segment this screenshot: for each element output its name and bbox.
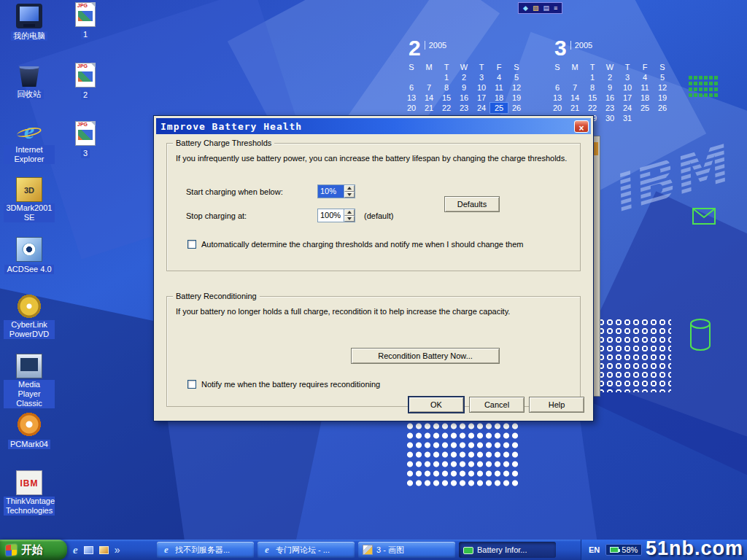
spin-down-button[interactable] (344, 216, 355, 222)
task-label: 专门网论坛 - ... (276, 545, 330, 556)
quick-launch-ie-icon[interactable]: e (73, 544, 78, 556)
windows-flag-icon (6, 544, 17, 556)
up-arrow-icon (347, 211, 352, 214)
language-indicator[interactable]: EN (589, 545, 600, 554)
calendar-day-header: F (636, 62, 654, 72)
pen-icon[interactable]: ▨ (533, 3, 539, 13)
desktop-icon-internet-explorer[interactable]: Internet Explorer (4, 119, 55, 165)
checkbox-box[interactable] (187, 240, 196, 249)
calendar-day: 4 (636, 72, 654, 82)
stop-charging-value[interactable]: 100% (318, 209, 344, 222)
desktop-icon-recycle-bin[interactable]: 回收站 (4, 62, 55, 100)
close-button[interactable]: × (574, 120, 589, 133)
task-label: 3 - 画图 (376, 545, 404, 556)
quick-launch-media-icon[interactable] (99, 546, 109, 554)
menu-icon[interactable]: ≡ (554, 3, 557, 13)
calendar-day: 4 (490, 72, 508, 82)
desktop-icon-media-player-classic[interactable]: Media Player Classic (4, 354, 55, 409)
battery-charge-thresholds-group: Battery Charge Thresholds If you infrequ… (166, 143, 581, 271)
calendar-day: 24 (473, 103, 490, 113)
desktop-icon-powerdvd[interactable]: CyberLink PowerDVD (4, 294, 55, 340)
stop-charging-spinner[interactable]: 100% (317, 209, 355, 222)
spinner-buttons (344, 209, 355, 222)
desktop-icon-label: 回收站 (15, 90, 44, 99)
group-description: If your battery no longer holds a full c… (176, 307, 510, 316)
calendar-day-header: T (473, 62, 490, 72)
desktop-file-1[interactable]: JPG 1 (64, 2, 107, 40)
calendar-day: 6 (403, 82, 420, 93)
taskbar-task-server-not-found[interactable]: e 找不到服务器... (157, 542, 254, 558)
recondition-battery-button[interactable]: Recondition Battery Now... (351, 348, 500, 364)
calendar-day: 7 (420, 82, 438, 93)
taskbar-task-paint[interactable]: 3 - 画图 (358, 542, 455, 558)
calendar-day: 26 (508, 103, 525, 113)
battery-icon (463, 547, 473, 554)
dots-pattern (406, 421, 521, 489)
calendar-year: 2005 (425, 41, 446, 50)
help-button[interactable]: Help (529, 397, 584, 413)
desktop-icon-label: ACDSee 4.0 (4, 265, 53, 274)
calendar-day: 15 (438, 93, 455, 103)
desktop-file-3[interactable]: JPG 3 (64, 121, 107, 159)
battery-icon (610, 547, 619, 553)
checkbox-label: Automatically determine the charging thr… (201, 240, 523, 249)
start-label: 开始 (21, 543, 43, 557)
input-method-icon[interactable]: ◆ (523, 3, 528, 13)
up-arrow-icon (347, 187, 352, 190)
jpg-tag: JPG (77, 3, 88, 8)
desktop-icon-3dmark2001[interactable]: 3DMark2001 SE (4, 177, 55, 223)
ok-button[interactable]: OK (409, 397, 464, 413)
start-charging-value[interactable]: 10% (318, 185, 344, 198)
task-label: Battery Infor... (477, 545, 527, 554)
desktop-icon-label: Media Player Classic (4, 380, 55, 408)
calendar-day-header: T (438, 62, 455, 72)
desktop-file-2[interactable]: JPG 2 (64, 63, 107, 101)
quick-launch-chevron-icon[interactable]: » (115, 544, 120, 556)
calendar-day: 18 (636, 93, 654, 103)
calendar-day-header: T (619, 62, 636, 72)
desktop-icon-label: ThinkVantage Technologies (4, 497, 55, 516)
spin-down-button[interactable] (344, 192, 355, 198)
desktop-file-label: 3 (81, 149, 90, 158)
down-arrow-icon (347, 193, 352, 196)
taskbar-task-battery-information[interactable]: Battery Infor... (459, 542, 556, 558)
start-button[interactable]: 开始 (0, 540, 67, 560)
calendar-day: 12 (508, 82, 525, 93)
cancel-button[interactable]: Cancel (469, 397, 525, 413)
spin-up-button[interactable] (344, 185, 355, 192)
stop-charging-label: Stop charging at: (186, 211, 247, 220)
desktop-icon-acdsee[interactable]: ACDSee 4.0 (4, 237, 55, 275)
calendar-day: 10 (473, 82, 490, 93)
desktop-icon-thinkvantage[interactable]: ThinkVantage Technologies (4, 470, 55, 516)
checkbox-box[interactable] (187, 380, 196, 389)
media-player-classic-icon (16, 354, 42, 378)
quick-launch-show-desktop-icon[interactable] (84, 546, 93, 554)
down-arrow-icon (347, 217, 352, 220)
calendar-day: 3 (473, 72, 490, 82)
calendar-day: 22 (584, 103, 601, 113)
calendar-day: 16 (455, 93, 473, 103)
language-bar[interactable]: ◆ ▨ ▤ ≡ (518, 2, 562, 14)
keyboard-icon[interactable]: ▤ (543, 3, 549, 13)
dialog-title: Improve Battery Health (160, 121, 574, 132)
calendar-day: 1 (584, 72, 601, 82)
desktop-icon-pcmark04[interactable]: PCMark04 (4, 412, 55, 450)
tray-battery-indicator[interactable]: 58% (605, 544, 642, 556)
taskbar-task-forum[interactable]: e 专门网论坛 - ... (258, 542, 355, 558)
dialog-titlebar: Improve Battery Health × (156, 118, 591, 134)
desktop-icon-label: 3DMark2001 SE (4, 203, 55, 222)
desktop-file-label: 1 (81, 30, 90, 39)
spin-up-button[interactable] (344, 209, 355, 216)
calendar-day: 5 (654, 72, 671, 82)
start-charging-spinner[interactable]: 10% (317, 184, 355, 198)
ie-icon: e (161, 545, 171, 555)
defaults-button[interactable]: Defaults (444, 196, 500, 212)
notify-reconditioning-checkbox[interactable]: Notify me when the battery requires reco… (187, 380, 380, 389)
auto-determine-checkbox[interactable]: Automatically determine the charging thr… (187, 240, 523, 249)
green-grid-icon (689, 76, 719, 99)
calendar-day: 16 (601, 93, 619, 103)
calendar-february-2005: 2 2005 SMTWTFS12345678910111213141516171… (403, 38, 525, 123)
ring-dots-pattern (597, 318, 671, 392)
desktop-icon-my-computer[interactable]: 我的电脑 (4, 4, 55, 42)
group-title: Battery Charge Thresholds (173, 139, 274, 147)
